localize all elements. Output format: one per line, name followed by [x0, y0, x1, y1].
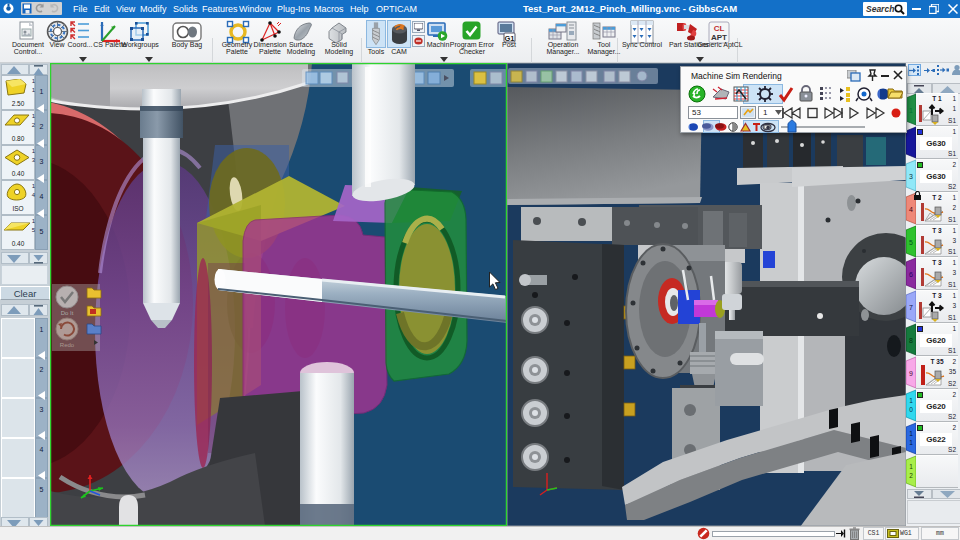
svg-text:2: 2: [909, 472, 913, 479]
svg-text:7: 7: [909, 304, 913, 311]
svg-text:Do It: Do It: [61, 310, 74, 316]
svg-text:1: 1: [909, 397, 913, 404]
svg-text:1: 1: [909, 430, 913, 437]
svg-text:4: 4: [909, 206, 913, 213]
svg-text:5: 5: [909, 239, 913, 246]
svg-text:1: 1: [909, 107, 913, 114]
svg-text:1: 1: [909, 463, 913, 470]
svg-text:9: 9: [909, 370, 913, 377]
svg-text:8: 8: [909, 337, 913, 344]
svg-text:0: 0: [909, 406, 913, 413]
svg-text:6: 6: [909, 271, 913, 278]
svg-text:1: 1: [909, 439, 913, 446]
svg-text:3: 3: [909, 173, 913, 180]
svg-text:Redo: Redo: [60, 342, 75, 348]
svg-text:CL: CL: [714, 24, 725, 33]
